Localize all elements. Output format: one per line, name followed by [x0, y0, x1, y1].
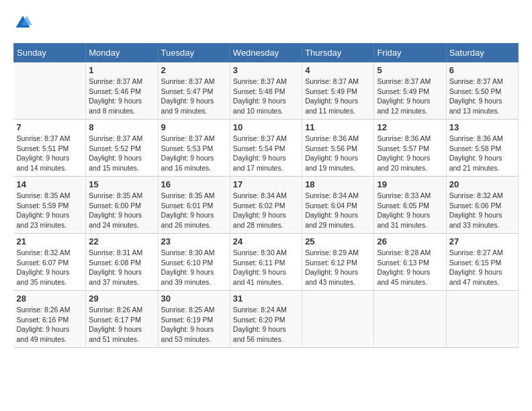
weekday-header-sunday: Sunday	[14, 44, 86, 62]
day-number: 12	[377, 122, 443, 132]
weekday-header-wednesday: Wednesday	[230, 44, 302, 62]
calendar-cell: 16Sunrise: 8:35 AMSunset: 6:01 PMDayligh…	[158, 177, 230, 234]
day-number: 19	[377, 179, 443, 189]
day-number: 8	[89, 122, 154, 132]
calendar-cell: 15Sunrise: 8:35 AMSunset: 6:00 PMDayligh…	[86, 177, 158, 234]
day-number: 14	[17, 179, 83, 189]
week-row-3: 14Sunrise: 8:35 AMSunset: 5:59 PMDayligh…	[14, 177, 519, 234]
day-number: 25	[305, 236, 371, 246]
day-info: Sunrise: 8:30 AMSunset: 6:11 PMDaylight:…	[233, 248, 299, 287]
calendar-cell	[446, 291, 518, 348]
day-info: Sunrise: 8:34 AMSunset: 6:04 PMDaylight:…	[305, 191, 371, 230]
day-number: 29	[89, 293, 154, 304]
logo	[13, 13, 35, 32]
day-info: Sunrise: 8:37 AMSunset: 5:51 PMDaylight:…	[17, 134, 83, 173]
day-info: Sunrise: 8:27 AMSunset: 6:15 PMDaylight:…	[449, 248, 515, 287]
day-number: 17	[233, 179, 299, 189]
day-number: 1	[89, 65, 154, 75]
day-info: Sunrise: 8:37 AMSunset: 5:49 PMDaylight:…	[305, 77, 371, 116]
day-number: 26	[377, 236, 443, 246]
day-info: Sunrise: 8:29 AMSunset: 6:12 PMDaylight:…	[305, 248, 371, 287]
calendar-cell: 1Sunrise: 8:37 AMSunset: 5:46 PMDaylight…	[86, 62, 158, 120]
calendar-cell: 5Sunrise: 8:37 AMSunset: 5:49 PMDaylight…	[374, 62, 446, 120]
day-number: 7	[17, 122, 83, 132]
calendar-cell: 11Sunrise: 8:36 AMSunset: 5:56 PMDayligh…	[302, 120, 374, 177]
day-info: Sunrise: 8:37 AMSunset: 5:53 PMDaylight:…	[161, 134, 227, 173]
week-row-5: 28Sunrise: 8:26 AMSunset: 6:16 PMDayligh…	[14, 291, 519, 348]
week-row-1: 1Sunrise: 8:37 AMSunset: 5:46 PMDaylight…	[14, 62, 519, 120]
day-number: 10	[233, 122, 299, 132]
day-info: Sunrise: 8:34 AMSunset: 6:02 PMDaylight:…	[233, 191, 299, 230]
day-info: Sunrise: 8:26 AMSunset: 6:17 PMDaylight:…	[89, 305, 154, 345]
day-info: Sunrise: 8:32 AMSunset: 6:06 PMDaylight:…	[449, 191, 515, 230]
day-number: 9	[161, 122, 227, 132]
day-info: Sunrise: 8:37 AMSunset: 5:48 PMDaylight:…	[233, 77, 299, 116]
calendar-cell: 21Sunrise: 8:32 AMSunset: 6:07 PMDayligh…	[14, 234, 86, 291]
calendar-cell: 27Sunrise: 8:27 AMSunset: 6:15 PMDayligh…	[446, 234, 518, 291]
day-info: Sunrise: 8:37 AMSunset: 5:54 PMDaylight:…	[233, 134, 299, 173]
day-number: 18	[305, 179, 371, 189]
weekday-header-row: SundayMondayTuesdayWednesdayThursdayFrid…	[14, 44, 519, 62]
calendar-cell: 25Sunrise: 8:29 AMSunset: 6:12 PMDayligh…	[302, 234, 374, 291]
calendar-cell: 14Sunrise: 8:35 AMSunset: 5:59 PMDayligh…	[14, 177, 86, 234]
day-number: 24	[233, 236, 299, 246]
day-number: 4	[305, 65, 371, 75]
calendar-cell: 29Sunrise: 8:26 AMSunset: 6:17 PMDayligh…	[86, 291, 158, 348]
calendar-cell: 12Sunrise: 8:36 AMSunset: 5:57 PMDayligh…	[374, 120, 446, 177]
calendar-cell: 8Sunrise: 8:37 AMSunset: 5:52 PMDaylight…	[86, 120, 158, 177]
day-number: 20	[449, 179, 515, 189]
weekday-header-friday: Friday	[374, 44, 446, 62]
calendar-cell: 7Sunrise: 8:37 AMSunset: 5:51 PMDaylight…	[14, 120, 86, 177]
day-info: Sunrise: 8:36 AMSunset: 5:56 PMDaylight:…	[305, 134, 371, 173]
day-number: 11	[305, 122, 371, 132]
weekday-header-monday: Monday	[86, 44, 158, 62]
calendar-cell: 28Sunrise: 8:26 AMSunset: 6:16 PMDayligh…	[14, 291, 86, 348]
day-number: 13	[449, 122, 515, 132]
day-info: Sunrise: 8:35 AMSunset: 6:00 PMDaylight:…	[89, 191, 154, 230]
day-info: Sunrise: 8:28 AMSunset: 6:13 PMDaylight:…	[377, 248, 443, 287]
calendar-cell	[374, 291, 446, 348]
day-number: 28	[17, 293, 83, 304]
calendar-cell: 3Sunrise: 8:37 AMSunset: 5:48 PMDaylight…	[230, 62, 302, 120]
day-info: Sunrise: 8:33 AMSunset: 6:05 PMDaylight:…	[377, 191, 443, 230]
week-row-2: 7Sunrise: 8:37 AMSunset: 5:51 PMDaylight…	[14, 120, 519, 177]
weekday-header-thursday: Thursday	[302, 44, 374, 62]
calendar-table: SundayMondayTuesdayWednesdayThursdayFrid…	[13, 43, 519, 348]
calendar-cell: 17Sunrise: 8:34 AMSunset: 6:02 PMDayligh…	[230, 177, 302, 234]
day-info: Sunrise: 8:25 AMSunset: 6:19 PMDaylight:…	[161, 305, 227, 345]
calendar-cell: 9Sunrise: 8:37 AMSunset: 5:53 PMDaylight…	[158, 120, 230, 177]
day-info: Sunrise: 8:37 AMSunset: 5:50 PMDaylight:…	[449, 77, 515, 116]
day-info: Sunrise: 8:37 AMSunset: 5:49 PMDaylight:…	[377, 77, 443, 116]
day-info: Sunrise: 8:36 AMSunset: 5:57 PMDaylight:…	[377, 134, 443, 173]
day-number: 30	[161, 293, 227, 304]
day-number: 22	[89, 236, 154, 246]
day-info: Sunrise: 8:32 AMSunset: 6:07 PMDaylight:…	[17, 248, 83, 287]
day-number: 2	[161, 65, 227, 75]
calendar-cell: 23Sunrise: 8:30 AMSunset: 6:10 PMDayligh…	[158, 234, 230, 291]
calendar-cell: 30Sunrise: 8:25 AMSunset: 6:19 PMDayligh…	[158, 291, 230, 348]
weekday-header-saturday: Saturday	[446, 44, 518, 62]
day-info: Sunrise: 8:35 AMSunset: 5:59 PMDaylight:…	[17, 191, 83, 230]
logo-icon	[13, 13, 32, 32]
calendar-cell	[302, 291, 374, 348]
weekday-header-tuesday: Tuesday	[158, 44, 230, 62]
day-info: Sunrise: 8:35 AMSunset: 6:01 PMDaylight:…	[161, 191, 227, 230]
day-number: 15	[89, 179, 154, 189]
day-info: Sunrise: 8:37 AMSunset: 5:47 PMDaylight:…	[161, 77, 227, 116]
day-number: 21	[17, 236, 83, 246]
day-number: 5	[377, 65, 443, 75]
calendar-cell: 2Sunrise: 8:37 AMSunset: 5:47 PMDaylight…	[158, 62, 230, 120]
day-number: 23	[161, 236, 227, 246]
calendar-cell: 6Sunrise: 8:37 AMSunset: 5:50 PMDaylight…	[446, 62, 518, 120]
day-info: Sunrise: 8:37 AMSunset: 5:46 PMDaylight:…	[89, 77, 154, 116]
day-number: 3	[233, 65, 299, 75]
calendar-cell: 24Sunrise: 8:30 AMSunset: 6:11 PMDayligh…	[230, 234, 302, 291]
day-number: 6	[449, 65, 515, 75]
calendar-cell	[14, 62, 86, 120]
day-info: Sunrise: 8:24 AMSunset: 6:20 PMDaylight:…	[233, 305, 299, 345]
day-info: Sunrise: 8:30 AMSunset: 6:10 PMDaylight:…	[161, 248, 227, 287]
calendar-cell: 20Sunrise: 8:32 AMSunset: 6:06 PMDayligh…	[446, 177, 518, 234]
day-number: 16	[161, 179, 227, 189]
calendar-cell: 19Sunrise: 8:33 AMSunset: 6:05 PMDayligh…	[374, 177, 446, 234]
day-info: Sunrise: 8:36 AMSunset: 5:58 PMDaylight:…	[449, 134, 515, 173]
